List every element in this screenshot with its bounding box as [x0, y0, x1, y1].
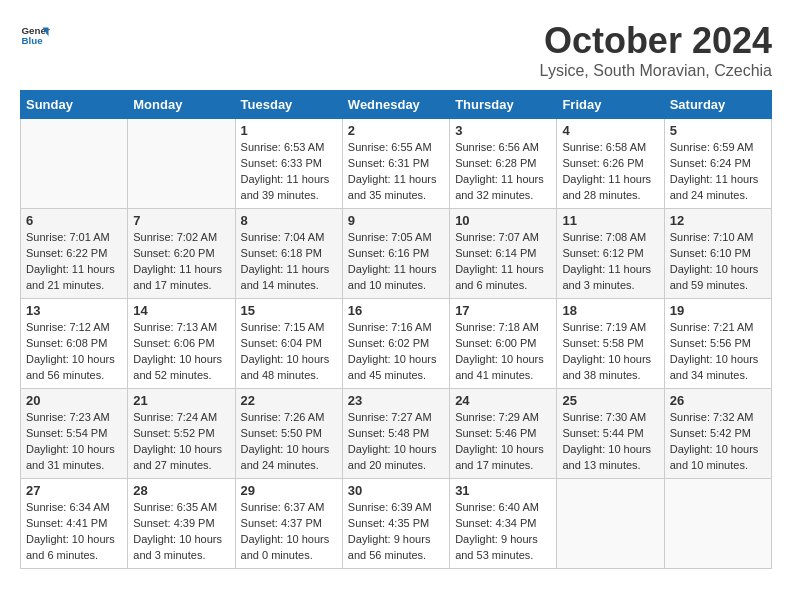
calendar-week-4: 20Sunrise: 7:23 AMSunset: 5:54 PMDayligh…: [21, 389, 772, 479]
day-number: 13: [26, 303, 122, 318]
calendar-cell: 25Sunrise: 7:30 AMSunset: 5:44 PMDayligh…: [557, 389, 664, 479]
day-detail: Sunrise: 6:59 AMSunset: 6:24 PMDaylight:…: [670, 140, 766, 204]
calendar-cell: [664, 479, 771, 569]
calendar-cell: [557, 479, 664, 569]
calendar-cell: 9Sunrise: 7:05 AMSunset: 6:16 PMDaylight…: [342, 209, 449, 299]
day-detail: Sunrise: 6:56 AMSunset: 6:28 PMDaylight:…: [455, 140, 551, 204]
day-detail: Sunrise: 7:13 AMSunset: 6:06 PMDaylight:…: [133, 320, 229, 384]
month-title: October 2024: [540, 20, 772, 62]
day-number: 29: [241, 483, 337, 498]
calendar-header-tuesday: Tuesday: [235, 91, 342, 119]
calendar-cell: 14Sunrise: 7:13 AMSunset: 6:06 PMDayligh…: [128, 299, 235, 389]
day-detail: Sunrise: 7:12 AMSunset: 6:08 PMDaylight:…: [26, 320, 122, 384]
day-number: 15: [241, 303, 337, 318]
day-number: 5: [670, 123, 766, 138]
calendar-cell: 31Sunrise: 6:40 AMSunset: 4:34 PMDayligh…: [450, 479, 557, 569]
calendar-cell: 1Sunrise: 6:53 AMSunset: 6:33 PMDaylight…: [235, 119, 342, 209]
day-detail: Sunrise: 7:15 AMSunset: 6:04 PMDaylight:…: [241, 320, 337, 384]
day-number: 8: [241, 213, 337, 228]
day-number: 6: [26, 213, 122, 228]
calendar-week-5: 27Sunrise: 6:34 AMSunset: 4:41 PMDayligh…: [21, 479, 772, 569]
day-number: 30: [348, 483, 444, 498]
calendar-cell: 13Sunrise: 7:12 AMSunset: 6:08 PMDayligh…: [21, 299, 128, 389]
day-detail: Sunrise: 7:19 AMSunset: 5:58 PMDaylight:…: [562, 320, 658, 384]
day-detail: Sunrise: 7:08 AMSunset: 6:12 PMDaylight:…: [562, 230, 658, 294]
calendar-cell: 12Sunrise: 7:10 AMSunset: 6:10 PMDayligh…: [664, 209, 771, 299]
day-detail: Sunrise: 7:10 AMSunset: 6:10 PMDaylight:…: [670, 230, 766, 294]
day-number: 26: [670, 393, 766, 408]
day-detail: Sunrise: 6:39 AMSunset: 4:35 PMDaylight:…: [348, 500, 444, 564]
day-number: 22: [241, 393, 337, 408]
day-number: 9: [348, 213, 444, 228]
svg-text:Blue: Blue: [22, 35, 44, 46]
day-number: 19: [670, 303, 766, 318]
calendar-cell: 17Sunrise: 7:18 AMSunset: 6:00 PMDayligh…: [450, 299, 557, 389]
day-detail: Sunrise: 7:07 AMSunset: 6:14 PMDaylight:…: [455, 230, 551, 294]
day-detail: Sunrise: 7:23 AMSunset: 5:54 PMDaylight:…: [26, 410, 122, 474]
day-detail: Sunrise: 7:29 AMSunset: 5:46 PMDaylight:…: [455, 410, 551, 474]
day-detail: Sunrise: 7:21 AMSunset: 5:56 PMDaylight:…: [670, 320, 766, 384]
calendar-header-row: SundayMondayTuesdayWednesdayThursdayFrid…: [21, 91, 772, 119]
calendar-cell: 24Sunrise: 7:29 AMSunset: 5:46 PMDayligh…: [450, 389, 557, 479]
day-number: 14: [133, 303, 229, 318]
day-detail: Sunrise: 6:34 AMSunset: 4:41 PMDaylight:…: [26, 500, 122, 564]
calendar-header-wednesday: Wednesday: [342, 91, 449, 119]
day-detail: Sunrise: 7:01 AMSunset: 6:22 PMDaylight:…: [26, 230, 122, 294]
day-detail: Sunrise: 6:53 AMSunset: 6:33 PMDaylight:…: [241, 140, 337, 204]
calendar-cell: 4Sunrise: 6:58 AMSunset: 6:26 PMDaylight…: [557, 119, 664, 209]
day-detail: Sunrise: 7:24 AMSunset: 5:52 PMDaylight:…: [133, 410, 229, 474]
calendar-cell: 23Sunrise: 7:27 AMSunset: 5:48 PMDayligh…: [342, 389, 449, 479]
logo-icon: General Blue: [20, 20, 50, 50]
day-detail: Sunrise: 7:27 AMSunset: 5:48 PMDaylight:…: [348, 410, 444, 474]
calendar-cell: 2Sunrise: 6:55 AMSunset: 6:31 PMDaylight…: [342, 119, 449, 209]
day-detail: Sunrise: 7:04 AMSunset: 6:18 PMDaylight:…: [241, 230, 337, 294]
calendar-cell: 5Sunrise: 6:59 AMSunset: 6:24 PMDaylight…: [664, 119, 771, 209]
calendar-cell: 21Sunrise: 7:24 AMSunset: 5:52 PMDayligh…: [128, 389, 235, 479]
day-detail: Sunrise: 6:37 AMSunset: 4:37 PMDaylight:…: [241, 500, 337, 564]
day-number: 23: [348, 393, 444, 408]
day-number: 12: [670, 213, 766, 228]
calendar-header-thursday: Thursday: [450, 91, 557, 119]
day-number: 20: [26, 393, 122, 408]
day-number: 27: [26, 483, 122, 498]
calendar-cell: 22Sunrise: 7:26 AMSunset: 5:50 PMDayligh…: [235, 389, 342, 479]
calendar-cell: 20Sunrise: 7:23 AMSunset: 5:54 PMDayligh…: [21, 389, 128, 479]
calendar-week-3: 13Sunrise: 7:12 AMSunset: 6:08 PMDayligh…: [21, 299, 772, 389]
calendar-cell: 19Sunrise: 7:21 AMSunset: 5:56 PMDayligh…: [664, 299, 771, 389]
calendar-cell: 18Sunrise: 7:19 AMSunset: 5:58 PMDayligh…: [557, 299, 664, 389]
calendar-cell: 15Sunrise: 7:15 AMSunset: 6:04 PMDayligh…: [235, 299, 342, 389]
day-detail: Sunrise: 6:55 AMSunset: 6:31 PMDaylight:…: [348, 140, 444, 204]
day-detail: Sunrise: 6:40 AMSunset: 4:34 PMDaylight:…: [455, 500, 551, 564]
day-number: 16: [348, 303, 444, 318]
day-detail: Sunrise: 6:58 AMSunset: 6:26 PMDaylight:…: [562, 140, 658, 204]
day-number: 1: [241, 123, 337, 138]
calendar-cell: 16Sunrise: 7:16 AMSunset: 6:02 PMDayligh…: [342, 299, 449, 389]
calendar-cell: 30Sunrise: 6:39 AMSunset: 4:35 PMDayligh…: [342, 479, 449, 569]
calendar-cell: 8Sunrise: 7:04 AMSunset: 6:18 PMDaylight…: [235, 209, 342, 299]
day-number: 31: [455, 483, 551, 498]
calendar-header-friday: Friday: [557, 91, 664, 119]
day-number: 18: [562, 303, 658, 318]
day-detail: Sunrise: 7:18 AMSunset: 6:00 PMDaylight:…: [455, 320, 551, 384]
calendar-cell: 29Sunrise: 6:37 AMSunset: 4:37 PMDayligh…: [235, 479, 342, 569]
calendar-header-sunday: Sunday: [21, 91, 128, 119]
location: Lysice, South Moravian, Czechia: [540, 62, 772, 80]
day-detail: Sunrise: 7:16 AMSunset: 6:02 PMDaylight:…: [348, 320, 444, 384]
calendar-cell: [21, 119, 128, 209]
day-detail: Sunrise: 7:26 AMSunset: 5:50 PMDaylight:…: [241, 410, 337, 474]
day-number: 21: [133, 393, 229, 408]
calendar-cell: 7Sunrise: 7:02 AMSunset: 6:20 PMDaylight…: [128, 209, 235, 299]
day-number: 11: [562, 213, 658, 228]
day-number: 2: [348, 123, 444, 138]
calendar-body: 1Sunrise: 6:53 AMSunset: 6:33 PMDaylight…: [21, 119, 772, 569]
day-number: 7: [133, 213, 229, 228]
day-detail: Sunrise: 7:02 AMSunset: 6:20 PMDaylight:…: [133, 230, 229, 294]
day-number: 10: [455, 213, 551, 228]
title-block: October 2024 Lysice, South Moravian, Cze…: [540, 20, 772, 80]
day-number: 3: [455, 123, 551, 138]
calendar-cell: 28Sunrise: 6:35 AMSunset: 4:39 PMDayligh…: [128, 479, 235, 569]
page-header: General Blue October 2024 Lysice, South …: [20, 20, 772, 80]
calendar-cell: 3Sunrise: 6:56 AMSunset: 6:28 PMDaylight…: [450, 119, 557, 209]
day-number: 17: [455, 303, 551, 318]
calendar-cell: 26Sunrise: 7:32 AMSunset: 5:42 PMDayligh…: [664, 389, 771, 479]
